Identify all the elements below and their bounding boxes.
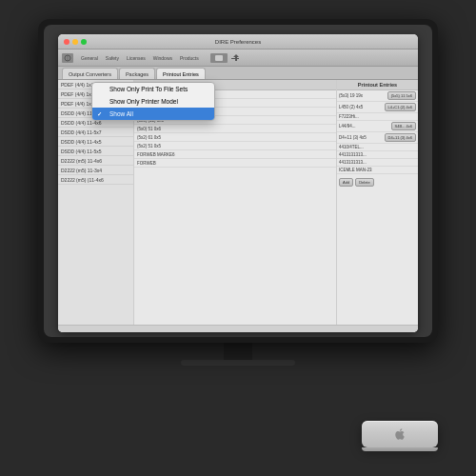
center-panel: Packages (5x6) (11) 0x6 (5x6) (11) 0x6 (… bbox=[134, 80, 337, 332]
mac-mini-container bbox=[362, 421, 438, 447]
app-window: DIRE Preferences General Safety Licenses… bbox=[58, 34, 418, 332]
list-item[interactable]: DSDD (4/4) 11-3x5 bbox=[58, 109, 133, 118]
right-row: 4413131313... bbox=[337, 151, 418, 159]
center-list-item[interactable]: (5x2) 61 0x5 bbox=[134, 133, 336, 142]
center-list-item[interactable]: (5x6) (11) 0x6 bbox=[134, 90, 336, 99]
right-row: (5x3) 19 19x (5x5) 11 5x6 bbox=[337, 90, 418, 102]
toolbar-label-general: General bbox=[81, 55, 98, 61]
tab-bar: Output Converters Packages Printout Entr… bbox=[58, 67, 418, 80]
right-btn-3[interactable]: S4B... 4x6 bbox=[391, 122, 416, 130]
list-item[interactable]: D2222 (m5) (11-4x6 bbox=[58, 175, 133, 185]
right-row: L450 (2) 4x5 L4+C1 (2) 4x6 bbox=[337, 102, 418, 113]
toolbar-label-safety: Safety bbox=[106, 55, 119, 61]
right-row: L44/94... S4B... 4x6 bbox=[337, 121, 418, 132]
monitor-base bbox=[181, 360, 295, 366]
right-btn-1[interactable]: (5x5) 11 5x6 bbox=[387, 91, 416, 100]
toolbar-label-windows: Windows bbox=[153, 55, 172, 61]
list-item[interactable]: DSDD (4/4) 11-4x6 bbox=[58, 118, 133, 128]
right-row: 4413131313... bbox=[337, 159, 418, 167]
list-item[interactable]: D2222 (m5) 11-3x4 bbox=[58, 166, 133, 175]
right-btn-2[interactable]: L4+C1 (2) 4x6 bbox=[385, 103, 416, 111]
right-row: D4+11 (3) 4x5 D4+11 (3) 4x6 bbox=[337, 132, 418, 144]
close-button[interactable] bbox=[64, 39, 69, 45]
center-list-item[interactable]: (5x0) 51 0x6 bbox=[134, 125, 336, 133]
monitor-screen: DIRE Preferences General Safety Licenses… bbox=[44, 25, 432, 337]
apple-logo-icon bbox=[393, 427, 407, 441]
toolbar-label-licenses: Licenses bbox=[127, 55, 146, 61]
center-list-item[interactable]: (5x6) 51 0x6 bbox=[134, 108, 336, 116]
right-panel-header: Printout Entries bbox=[337, 80, 418, 90]
toolbar-toggle[interactable] bbox=[210, 53, 228, 63]
delete-button[interactable]: Delete bbox=[355, 178, 374, 187]
scene: DIRE Preferences General Safety Licenses… bbox=[19, 19, 457, 457]
tab-printout-entries[interactable]: Printout Entries bbox=[156, 68, 206, 79]
list-item[interactable]: DSDD (4/4) 11-5x5 bbox=[58, 147, 133, 156]
list-item[interactable]: DSDD (4/4) 11-4x5 bbox=[58, 137, 133, 147]
monitor: DIRE Preferences General Safety Licenses… bbox=[38, 19, 438, 343]
right-btn-4[interactable]: D4+11 (3) 4x6 bbox=[385, 133, 416, 142]
right-panel-buttons: Add Delete bbox=[337, 176, 418, 188]
center-list-item[interactable]: (5x6) (11) 0x6 bbox=[134, 99, 336, 108]
center-panel-header: Packages bbox=[134, 80, 336, 90]
right-panel: Printout Entries (5x3) 19 19x (5x5) 11 5… bbox=[337, 80, 418, 332]
right-row: 4410/4TEL... bbox=[337, 144, 418, 151]
list-item[interactable]: PDEF (4/4) 1x1 bbox=[58, 89, 133, 99]
window-title: DIRE Preferences bbox=[215, 39, 261, 45]
status-bar bbox=[58, 325, 418, 332]
toolbar-icon-1[interactable] bbox=[62, 53, 73, 63]
svg-marker-3 bbox=[233, 54, 239, 61]
maximize-button[interactable] bbox=[81, 39, 87, 45]
tab-output-converters[interactable]: Output Converters bbox=[62, 68, 118, 79]
tab-packages[interactable]: Packages bbox=[119, 68, 155, 79]
toolbar-icon-section bbox=[62, 53, 73, 63]
add-button[interactable]: Add bbox=[339, 178, 353, 187]
content-area: PDEF (4/4) 1x1 PDEF (4/4) 1x1 PDEF (4/4)… bbox=[58, 80, 418, 332]
toolbar: General Safety Licenses Windows Products bbox=[58, 50, 418, 67]
mac-mini-front bbox=[362, 447, 438, 451]
toolbar-edit-icon[interactable] bbox=[230, 53, 240, 63]
list-item[interactable]: PDEF (4/4) 1x1 bbox=[58, 99, 133, 109]
list-item[interactable]: PDEF (4/4) 1x1 bbox=[58, 80, 133, 89]
monitor-neck bbox=[224, 343, 252, 360]
toolbar-label-products: Products bbox=[180, 55, 199, 61]
minimize-button[interactable] bbox=[72, 39, 78, 45]
traffic-lights bbox=[64, 39, 87, 45]
right-row: F7223Hi... bbox=[337, 113, 418, 121]
mac-mini bbox=[362, 421, 438, 447]
left-panel: PDEF (4/4) 1x1 PDEF (4/4) 1x1 PDEF (4/4)… bbox=[58, 80, 134, 332]
center-list-item[interactable]: FORWEB bbox=[134, 159, 336, 168]
right-row: ICEMLE MAN-23 bbox=[337, 167, 418, 174]
center-list-item[interactable]: FORWEB MARKE6 bbox=[134, 150, 336, 159]
list-item[interactable]: D2222 (m5) 11-4x6 bbox=[58, 156, 133, 166]
center-list-item[interactable]: (5x6) (11) 0x6 bbox=[134, 116, 336, 125]
center-list-item[interactable]: (5x2) 51 0x5 bbox=[134, 142, 336, 150]
title-bar: DIRE Preferences bbox=[58, 34, 418, 50]
list-item[interactable]: DSDD (4/4) 11-5x7 bbox=[58, 128, 133, 137]
